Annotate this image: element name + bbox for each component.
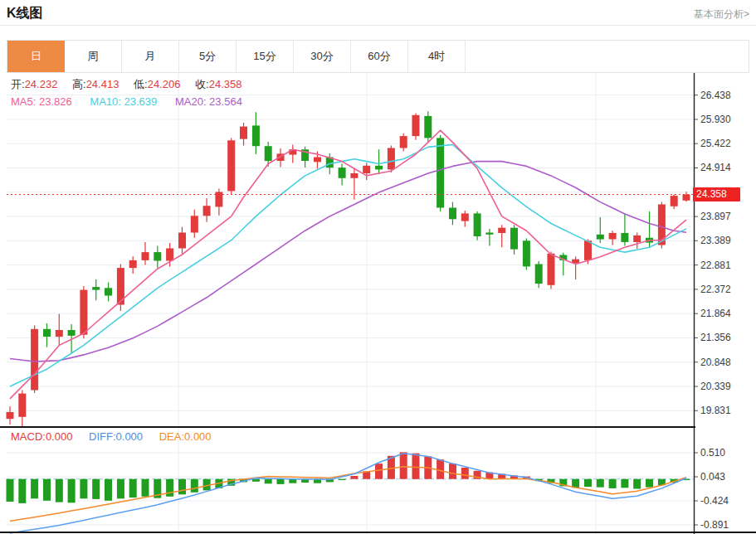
tab-5min[interactable]: 5分: [179, 41, 237, 72]
ma5-value: MA5: 23.826: [11, 95, 72, 108]
low-value: 24.206: [148, 78, 181, 90]
tab-30min[interactable]: 30分: [294, 41, 351, 72]
ohlc-readout: 开:24.232 高:24.413 低:24.206 收:24.358: [11, 77, 253, 92]
svg-text:23.897: 23.897: [700, 211, 731, 222]
macd-chart-canvas[interactable]: 0.5100.043-0.424-0.891: [0, 428, 756, 534]
bottom-border: [0, 532, 756, 533]
high-label: 高:: [72, 78, 86, 90]
svg-text:-0.424: -0.424: [700, 495, 729, 507]
svg-text:25.422: 25.422: [700, 138, 731, 149]
svg-text:22.372: 22.372: [700, 284, 731, 295]
title-divider: [0, 25, 756, 26]
dea-value: DEA:0.000: [159, 430, 212, 443]
tab-week[interactable]: 周: [65, 41, 122, 72]
interval-tab-bar: 日周月5分15分30分60分4时: [7, 40, 749, 73]
ma10-line: [10, 145, 686, 386]
svg-text:22.881: 22.881: [700, 260, 731, 271]
svg-text:20.848: 20.848: [700, 357, 731, 368]
svg-text:0.043: 0.043: [700, 471, 725, 483]
tab-4hour[interactable]: 4时: [408, 41, 466, 72]
svg-text:19.831: 19.831: [700, 405, 731, 416]
diff-value: DIFF:0.000: [89, 430, 143, 443]
macd-readout: MACD:0.000 DIFF:0.000 DEA:0.000: [11, 430, 225, 443]
tab-bar-filler: [466, 41, 749, 72]
ma10-value: MA10: 23.639: [90, 95, 157, 108]
close-label: 收:: [195, 78, 209, 90]
close-value: 24.358: [209, 78, 242, 90]
svg-text:24.914: 24.914: [700, 162, 731, 173]
svg-text:0.510: 0.510: [700, 447, 725, 459]
low-label: 低:: [134, 78, 148, 90]
high-value: 24.413: [86, 78, 119, 90]
current-price-badge: 24.358: [693, 187, 740, 201]
fundamental-analysis-link[interactable]: 基本面分析>: [694, 7, 749, 22]
svg-text:25.930: 25.930: [700, 114, 731, 125]
svg-text:26.438: 26.438: [700, 90, 731, 101]
tab-month[interactable]: 月: [122, 41, 179, 72]
ma-readout: MA5: 23.826 MA10: 23.639 MA20: 23.564: [11, 95, 257, 108]
svg-text:21.864: 21.864: [700, 308, 731, 319]
svg-text:-0.891: -0.891: [700, 519, 729, 531]
open-value: 24.232: [25, 78, 58, 90]
macd-value: MACD:0.000: [11, 430, 72, 443]
tab-day[interactable]: 日: [7, 41, 65, 72]
svg-text:23.389: 23.389: [700, 235, 731, 246]
tab-15min[interactable]: 15分: [237, 41, 294, 72]
ma5-line: [10, 130, 686, 399]
candlestick-chart-canvas[interactable]: 26.43825.93025.42224.91423.89723.38922.8…: [0, 73, 756, 428]
open-label: 开:: [11, 78, 25, 90]
ma20-value: MA20: 23.564: [175, 95, 242, 108]
page-title: K线图: [7, 5, 43, 22]
svg-text:20.339: 20.339: [700, 381, 731, 392]
svg-text:21.356: 21.356: [700, 332, 731, 343]
tab-60min[interactable]: 60分: [351, 41, 408, 72]
